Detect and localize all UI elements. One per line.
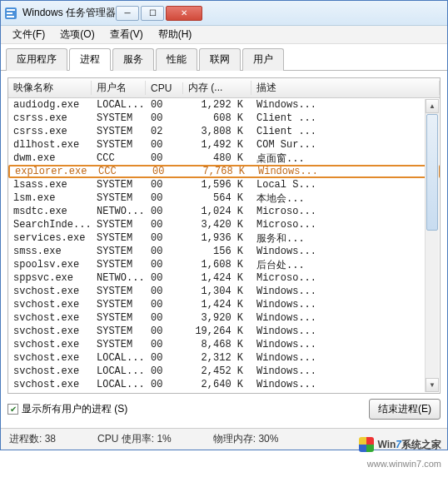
tab-users[interactable]: 用户: [242, 48, 284, 71]
tab-networking[interactable]: 联网: [199, 48, 241, 71]
tab-applications[interactable]: 应用程序: [6, 48, 67, 71]
end-process-button[interactable]: 结束进程(E): [369, 399, 441, 420]
cell-user: SYSTEM: [92, 219, 146, 231]
table-row[interactable]: svchost.exeLOCAL...002,640 KWindows...: [8, 378, 440, 391]
table-row[interactable]: sppsvc.exeNETWO...001,424 KMicroso...: [8, 271, 440, 285]
cell-name: svchost.exe: [8, 312, 92, 324]
cell-name: csrss.exe: [8, 112, 92, 124]
cell-user: SYSTEM: [92, 179, 146, 191]
cell-desc: Client ...: [251, 126, 440, 137]
table-row[interactable]: msdtc.exeNETWO...001,024 KMicroso...: [8, 205, 440, 218]
cell-cpu: 00: [146, 325, 183, 337]
col-description[interactable]: 描述: [251, 81, 440, 95]
cell-mem: 2,312 K: [183, 352, 251, 364]
cell-user: SYSTEM: [92, 232, 146, 244]
cell-mem: 480 K: [183, 152, 251, 164]
cell-cpu: 00: [146, 392, 183, 393]
maximize-button[interactable]: ☐: [141, 6, 164, 21]
scroll-up-button[interactable]: ▲: [426, 99, 439, 113]
show-all-users-checkbox[interactable]: ✔ 显示所有用户的进程 (S): [7, 402, 127, 416]
cell-mem: 156 K: [183, 246, 251, 257]
cell-cpu: 00: [146, 365, 183, 377]
table-row[interactable]: svchost.exeSYSTEM001,424 KWindows...: [8, 298, 440, 311]
minimize-button[interactable]: ─: [116, 6, 139, 21]
table-body[interactable]: audiodg.exeLOCAL...001,292 KWindows...cs…: [8, 98, 440, 393]
cell-cpu: 00: [146, 206, 183, 217]
vertical-scrollbar[interactable]: ▲ ▼: [425, 99, 439, 392]
menu-options[interactable]: 选项(O): [53, 26, 101, 43]
cell-mem: 3,920 K: [183, 312, 251, 324]
table-row[interactable]: spoolsv.exeSYSTEM001,608 K后台处...: [8, 258, 440, 271]
table-row[interactable]: svchost.exeLOCAL...002,312 KWindows...: [8, 351, 440, 365]
cell-name: svchost.exe: [8, 339, 92, 350]
cell-name: svchost.exe: [8, 352, 92, 364]
cell-user: SYSTEM: [92, 339, 146, 350]
table-row[interactable]: audiodg.exeLOCAL...001,292 KWindows...: [8, 98, 440, 112]
app-icon: [4, 7, 17, 20]
scroll-down-button[interactable]: ▼: [426, 378, 439, 392]
cell-desc: Windows...: [251, 379, 440, 390]
cell-cpu: 00: [146, 179, 183, 191]
cell-name: svchost.exe: [8, 286, 92, 297]
cell-mem: 1,424 K: [183, 272, 251, 284]
cell-cpu: 00: [146, 219, 183, 231]
tab-performance[interactable]: 性能: [156, 48, 197, 71]
table-row[interactable]: csrss.exeSYSTEM023,808 KClient ...: [8, 125, 440, 138]
col-user-name[interactable]: 用户名: [92, 81, 146, 95]
cell-name: csrss.exe: [8, 126, 92, 137]
col-memory[interactable]: 内存 (...: [183, 81, 251, 95]
menu-help[interactable]: 帮助(H): [152, 26, 199, 43]
table-row[interactable]: dllhost.exeSYSTEM001,492 KCOM Sur...: [8, 138, 440, 152]
cell-desc: Windows...: [251, 339, 440, 350]
cell-mem: 2,452 K: [183, 365, 251, 377]
table-row[interactable]: svchost.exeLOCAL...002,452 KWindows...: [8, 365, 440, 378]
cell-user: LOCAL...: [92, 392, 146, 393]
checkbox-icon[interactable]: ✔: [7, 404, 18, 415]
cell-mem: 1,064 K: [183, 392, 251, 393]
table-row[interactable]: csrss.exeSYSTEM00608 KClient ...: [8, 112, 440, 125]
col-cpu[interactable]: CPU: [146, 82, 183, 94]
cell-name: svchost.exe: [8, 365, 92, 377]
titlebar[interactable]: Windows 任务管理器 ─ ☐ ✕: [1, 1, 447, 26]
scroll-thumb[interactable]: [426, 114, 438, 231]
cell-user: SYSTEM: [92, 325, 146, 337]
cell-name: smss.exe: [8, 246, 92, 257]
tab-processes[interactable]: 进程: [69, 48, 111, 71]
table-row[interactable]: svchost.exeSYSTEM008,468 KWindows...: [8, 338, 440, 351]
cell-cpu: 00: [147, 166, 185, 177]
cell-name: dllhost.exe: [8, 139, 92, 151]
tab-services[interactable]: 服务: [112, 48, 154, 71]
cell-mem: 3,420 K: [183, 219, 251, 231]
table-row[interactable]: dwm.exeCCC00480 K桌面窗...: [8, 152, 440, 165]
close-button[interactable]: ✕: [166, 6, 202, 21]
table-row[interactable]: SearchInde...SYSTEM003,420 KMicroso...: [8, 218, 440, 231]
col-image-name[interactable]: 映像名称: [8, 81, 92, 95]
cell-user: SYSTEM: [92, 192, 146, 204]
table-row[interactable]: services.exeSYSTEM001,936 K服务和...: [8, 231, 440, 245]
status-cpu-usage: CPU 使用率: 1%: [97, 432, 172, 446]
table-row[interactable]: svchost.exeSYSTEM003,920 KWindows...: [8, 311, 440, 325]
cell-mem: 1,304 K: [183, 286, 251, 297]
cell-desc: 桌面窗...: [251, 152, 440, 166]
cell-user: SYSTEM: [92, 286, 146, 297]
menu-view[interactable]: 查看(V): [103, 26, 150, 43]
cell-user: LOCAL...: [92, 365, 146, 377]
table-row[interactable]: explorer.exeCCC007,768 KWindows...: [8, 165, 440, 178]
table-row[interactable]: lsm.exeSYSTEM00564 K本地会...: [8, 191, 440, 205]
cell-cpu: 00: [146, 272, 183, 284]
table-row[interactable]: svchost.exeSYSTEM0019,264 KWindows...: [8, 325, 440, 338]
cell-name: svchost.exe: [8, 392, 92, 393]
table-row[interactable]: svchost.exeSYSTEM001,304 KWindows...: [8, 285, 440, 298]
cell-user: CCC: [93, 166, 147, 177]
cell-mem: 7,768 K: [185, 166, 253, 177]
menubar: 文件(F) 选项(O) 查看(V) 帮助(H): [1, 26, 447, 44]
table-header[interactable]: 映像名称 用户名 CPU 内存 (... 描述: [8, 78, 440, 98]
table-row[interactable]: lsass.exeSYSTEM001,596 KLocal S...: [8, 178, 440, 191]
cell-name: services.exe: [8, 232, 92, 244]
cell-mem: 1,596 K: [183, 179, 251, 191]
cell-user: LOCAL...: [92, 99, 146, 111]
menu-file[interactable]: 文件(F): [6, 26, 52, 43]
cell-name: lsass.exe: [8, 179, 92, 191]
table-row[interactable]: svchost.exeLOCAL...001,064 KWindows...: [8, 391, 440, 393]
table-row[interactable]: smss.exeSYSTEM00156 KWindows...: [8, 245, 440, 258]
